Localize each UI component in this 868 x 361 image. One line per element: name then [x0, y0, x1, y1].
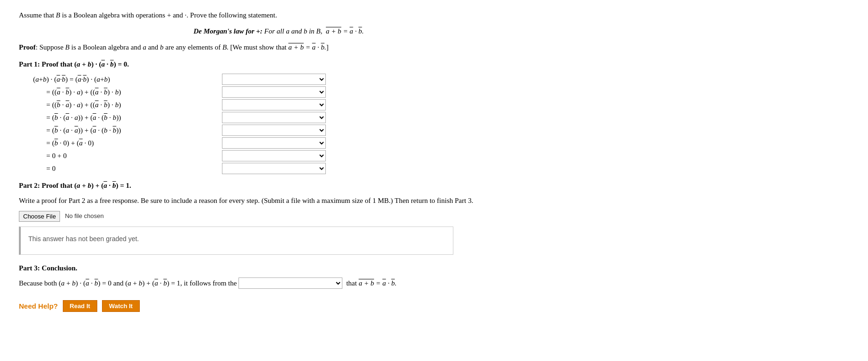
- conclusion-text-1: Because both (a + b) · (a · b) = 0 and (…: [19, 277, 237, 289]
- eq-row-3: = ((b · a) · a) + ((a · b) · b) ---Selec…: [33, 99, 538, 110]
- eq-lhs-1: (a + b) · (a · b) = (a · b) · (a + b): [33, 74, 217, 85]
- eq-row-1: (a + b) · (a · b) = (a · b) · (a + b) --…: [33, 74, 538, 85]
- dropdown-1[interactable]: ---Select---: [222, 74, 326, 85]
- file-upload-row: Choose File No file chosen: [19, 211, 538, 222]
- watch-it-button[interactable]: Watch It: [102, 300, 140, 312]
- dropdown-conclusion[interactable]: ---Select---: [238, 277, 342, 289]
- eq-row-4: = (b · (a · a)) + (a · (b · b)) ---Selec…: [33, 112, 538, 123]
- eq-indent-6: = (b · 0) + (a · 0): [33, 137, 217, 149]
- select-wrap-3[interactable]: ---Select---: [222, 99, 326, 110]
- proof-intro: Proof: Suppose B is a Boolean algebra an…: [19, 42, 538, 53]
- part2-instructions: Write a proof for Part 2 as a free respo…: [19, 195, 538, 206]
- choose-file-button[interactable]: Choose File: [19, 211, 60, 222]
- eq-row-7: = 0 + 0 ---Select---: [33, 150, 538, 161]
- select-wrap-1[interactable]: ---Select---: [222, 74, 326, 85]
- no-file-label: No file chosen: [65, 211, 103, 221]
- eq-indent-5: = (b · (a · a)) + (a · (b · b)): [33, 125, 217, 136]
- part1-heading: Part 1: Proof that (a + b) · (a · b) = 0…: [19, 59, 538, 70]
- proof-equations: (a + b) · (a · b) = (a · b) · (a + b) --…: [33, 74, 538, 174]
- dropdown-3[interactable]: ---Select---: [222, 99, 326, 110]
- eq-row-5: = (b · (a · a)) + (a · (b · b)) ---Selec…: [33, 125, 538, 136]
- conclusion-line: Because both (a + b) · (a · b) = 0 and (…: [19, 277, 538, 289]
- eq-indent-7: = 0 + 0: [33, 150, 217, 161]
- eq-indent-4: = (b · (a · a)) + (a · (b · b)): [33, 112, 217, 123]
- select-wrap-8[interactable]: ---Select---: [222, 163, 326, 174]
- intro-line1: Assume that B is a Boolean algebra with …: [19, 9, 538, 21]
- dropdown-2[interactable]: ---Select---: [222, 86, 326, 98]
- select-wrap-6[interactable]: ---Select---: [222, 137, 326, 149]
- eq-indent-8: = 0: [33, 163, 217, 174]
- conclusion-text-2: that a + b = a · b.: [344, 277, 396, 289]
- select-wrap-7[interactable]: ---Select---: [222, 150, 326, 161]
- eq-row-2: = ((a · b) · a) + ((a · b) · b) ---Selec…: [33, 86, 538, 98]
- read-it-button[interactable]: Read It: [63, 300, 97, 312]
- need-help-section: Need Help? Read It Watch It: [19, 300, 538, 312]
- select-wrap-5[interactable]: ---Select---: [222, 125, 326, 136]
- graded-box: This answer has not been graded yet.: [19, 227, 453, 255]
- select-wrap-2[interactable]: ---Select---: [222, 86, 326, 98]
- part3-heading: Part 3: Conclusion.: [19, 262, 538, 274]
- graded-text: This answer has not been graded yet.: [28, 235, 139, 243]
- dropdown-6[interactable]: ---Select---: [222, 137, 326, 149]
- eq-row-6: = (b · 0) + (a · 0) ---Select---: [33, 137, 538, 149]
- dropdown-4[interactable]: ---Select---: [222, 112, 326, 123]
- dropdown-7[interactable]: ---Select---: [222, 150, 326, 161]
- eq-row-8: = 0 ---Select---: [33, 163, 538, 174]
- select-wrap-4[interactable]: ---Select---: [222, 112, 326, 123]
- need-help-label: Need Help?: [19, 301, 58, 312]
- eq-indent-3: = ((b · a) · a) + ((a · b) · b): [33, 99, 217, 110]
- dropdown-5[interactable]: ---Select---: [222, 125, 326, 136]
- eq-indent-2: = ((a · b) · a) + ((a · b) · b): [33, 86, 217, 98]
- dropdown-8[interactable]: ---Select---: [222, 163, 326, 174]
- theorem-statement: De Morgan's law for +: For all a and b i…: [19, 25, 538, 37]
- part2-heading: Part 2: Proof that (a + b) + (a · b) = 1…: [19, 180, 538, 191]
